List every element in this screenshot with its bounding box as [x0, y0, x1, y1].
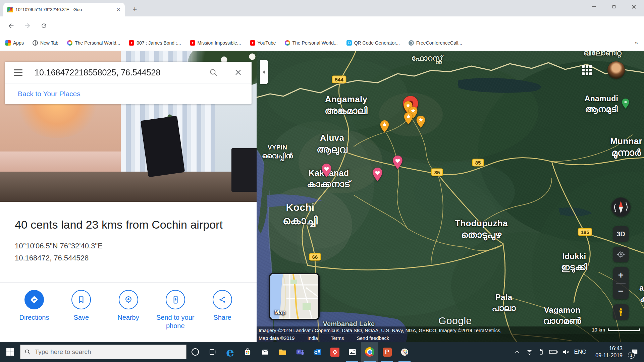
- my-location-button[interactable]: [613, 247, 629, 262]
- wifi-icon[interactable]: [523, 342, 535, 362]
- windows-taskbar: e P: [0, 342, 644, 362]
- zoom-control: + −: [613, 267, 629, 299]
- maps-search-input[interactable]: [35, 68, 209, 77]
- coords-decimal: 10.168472, 76.544528: [15, 252, 242, 264]
- back-to-your-places-link[interactable]: Back to Your Places: [18, 90, 80, 98]
- pegman-control[interactable]: [613, 304, 629, 320]
- taskbar-search-input[interactable]: [35, 348, 182, 356]
- colorwheel-icon: [285, 40, 290, 46]
- microsoft-store-icon[interactable]: [239, 342, 256, 362]
- reload-icon[interactable]: [39, 20, 49, 31]
- search-icon: [24, 349, 31, 355]
- volume-muted-icon[interactable]: [559, 342, 572, 362]
- globe-icon: [33, 40, 38, 46]
- star-yellow-pin[interactable]: [416, 116, 425, 128]
- search-icon[interactable]: [209, 68, 218, 77]
- file-explorer-icon[interactable]: [274, 342, 291, 362]
- coords-dms: 10°10'06.5"N 76°32'40.3"E: [15, 240, 242, 252]
- teams-icon[interactable]: [291, 342, 309, 362]
- map-label-: ഖിലോണിറ്റ്: [583, 51, 623, 58]
- bookmark-label: YouTube: [258, 40, 276, 46]
- action-share[interactable]: Share: [200, 290, 245, 330]
- place-panel: Back to Your Places 40 cents land 23 kms…: [0, 51, 257, 342]
- red-diamond-app-icon[interactable]: [326, 342, 343, 362]
- back-icon[interactable]: [6, 20, 16, 31]
- attribution-link-terms[interactable]: Terms: [331, 336, 344, 341]
- browser-tab[interactable]: 10°10'06.5"N 76°32'40.3"E - Goo ✕: [3, 3, 125, 16]
- star-yellow-pin[interactable]: [380, 120, 389, 132]
- usb-device-icon[interactable]: [535, 342, 547, 362]
- bookmark-item-the-personal-world[interactable]: The Personal World...: [67, 40, 120, 46]
- chrome-icon[interactable]: [361, 342, 378, 362]
- youtube-icon: [129, 40, 134, 46]
- powerpoint-icon[interactable]: P: [378, 342, 396, 362]
- cortana-button[interactable]: [186, 342, 204, 362]
- attribution-link-send-feedback[interactable]: Send feedback: [357, 336, 389, 341]
- action-send-to-your-phone[interactable]: Send to your phone: [153, 290, 198, 330]
- place-actions: DirectionsSaveNearbySend to your phoneSh…: [0, 282, 257, 330]
- bookmark-item-007-james-bond[interactable]: 007 : James Bond :...: [129, 40, 181, 46]
- google-logo[interactable]: Google: [438, 315, 472, 326]
- bookmark-item-new-tab[interactable]: New Tab: [33, 40, 58, 46]
- heart-pink-pin[interactable]: [321, 164, 332, 177]
- bookmark-item-apps[interactable]: Apps: [5, 40, 24, 46]
- bookmark-label: The Personal World...: [75, 40, 120, 46]
- tray-chevron-up-icon[interactable]: [511, 342, 523, 362]
- window-close-button[interactable]: [624, 0, 644, 13]
- map-label-vagamon: Vagamonവാഗമൺ: [543, 305, 581, 326]
- clear-search-icon[interactable]: [234, 68, 242, 76]
- bookmark-item-the-personal-world[interactable]: The Personal World...: [285, 40, 338, 46]
- action-save[interactable]: Save: [58, 290, 104, 330]
- window-restore-button[interactable]: [604, 0, 624, 13]
- attribution-link-india[interactable]: India: [307, 336, 318, 341]
- menu-hamburger-icon[interactable]: [14, 69, 22, 76]
- bookmark-item-freeconferencecall[interactable]: FreeConferenceCall...: [409, 40, 462, 46]
- photos-icon[interactable]: [343, 342, 361, 362]
- forward-icon[interactable]: [22, 20, 33, 31]
- route-badge-544: 544: [332, 76, 346, 83]
- mail-icon[interactable]: [256, 342, 274, 362]
- battery-plugged-icon[interactable]: [547, 342, 559, 362]
- taskbar-search[interactable]: [20, 345, 186, 359]
- action-label: Share: [213, 313, 231, 322]
- bookmarks-overflow-icon[interactable]: »: [629, 40, 644, 46]
- route-badge-66: 66: [309, 253, 321, 261]
- action-label: Nearby: [117, 313, 139, 322]
- map-canvas[interactable]: ഫോറസ്റ്റ്ഖിലോണിറ്റ്Angamalyഅങ്കമാലിAnamu…: [257, 51, 644, 342]
- edge-icon[interactable]: e: [221, 342, 239, 362]
- bookmark-item-qr-code-generator[interactable]: QR Code Generator...: [346, 40, 400, 46]
- map-type-inset[interactable]: Map: [269, 273, 320, 320]
- language-indicator[interactable]: ENG: [572, 349, 589, 355]
- star-yellow-pin[interactable]: [404, 112, 413, 124]
- clock-time: 16:43: [589, 345, 623, 352]
- outlook-icon[interactable]: [309, 342, 326, 362]
- account-avatar[interactable]: [607, 61, 625, 79]
- zoom-out-button[interactable]: −: [613, 284, 629, 299]
- new-tab-button[interactable]: +: [130, 5, 140, 14]
- chevron-left-icon: [263, 70, 265, 74]
- start-button[interactable]: [0, 342, 20, 362]
- bookmark-item-youtube[interactable]: YouTube: [250, 40, 276, 46]
- paint-icon[interactable]: [396, 342, 413, 362]
- map-inset-label: Map: [274, 309, 286, 316]
- action-directions[interactable]: Directions: [11, 290, 57, 330]
- bookmark-item-mission-impossible[interactable]: Mission Impossible...: [190, 40, 241, 46]
- tab-close-icon[interactable]: ✕: [115, 7, 121, 13]
- heart-pink-pin[interactable]: [372, 168, 383, 181]
- task-view-button[interactable]: [204, 342, 221, 362]
- compass-control[interactable]: [611, 197, 631, 217]
- map-label-munnar: Munnarമൂന്നാർ: [610, 136, 642, 159]
- maps-search-card: Back to Your Places: [5, 62, 252, 104]
- peak-green-pin[interactable]: [622, 99, 629, 109]
- apps-grid-icon[interactable]: [582, 65, 592, 75]
- zoom-in-button[interactable]: +: [613, 267, 629, 283]
- window-minimize-button[interactable]: [584, 0, 604, 13]
- 3d-button[interactable]: 3D: [613, 226, 629, 242]
- heart-pink-pin[interactable]: [392, 156, 403, 169]
- action-center-button[interactable]: 1: [625, 342, 644, 362]
- map-label-atta: attaകട: [639, 283, 644, 304]
- clock[interactable]: 16:43 09-11-2019: [589, 345, 623, 359]
- collapse-panel-button[interactable]: [260, 60, 268, 84]
- action-nearby[interactable]: Nearby: [106, 290, 151, 330]
- screen: 10°10'06.5"N 76°32'40.3"E - Goo ✕ + goog…: [0, 0, 644, 362]
